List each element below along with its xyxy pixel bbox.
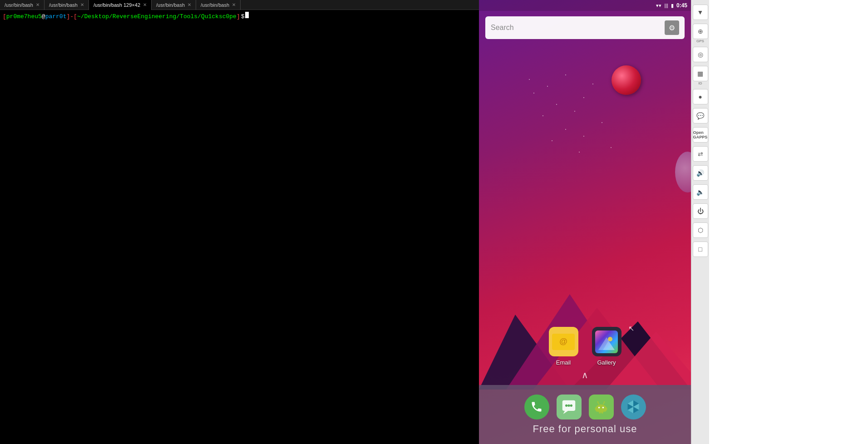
star-dot [611,147,612,148]
app-icon-gallery[interactable]: Gallery [592,327,621,366]
email-envelope: @ [552,334,575,350]
tab-close-3[interactable]: ✕ [143,2,147,7]
star-dot [547,86,548,87]
app-icons-area: @ Email [479,327,691,380]
svg-line-23 [603,402,604,404]
star-dot [583,97,584,98]
battery-icon: ▮ [671,3,674,9]
dock-browser-icon[interactable] [621,395,646,419]
prompt-bracket-right: ] [237,13,240,20]
terminal-tab-5[interactable]: /usr/bin/bash ✕ [196,0,241,10]
gallery-app-icon[interactable] [592,327,621,356]
dock-messages-icon[interactable] [557,395,582,419]
svg-point-16 [602,407,604,409]
tab-close-1[interactable]: ✕ [36,2,39,7]
terminal-area[interactable]: /usr/bin/bash ✕ /usr/bin/bash ✕ /usr/bin… [0,0,479,444]
gallery-icon-inner [595,331,618,353]
icons-row: @ Email [549,327,621,366]
signal-icon: ||| [664,3,668,8]
terminal-cursor [245,12,249,18]
prompt-path: ~/Desktop/ReverseEngineering/Tools/Qu1ck… [77,13,237,20]
side-btn-target[interactable]: ◎ [693,47,708,62]
star-dot [542,115,543,116]
side-btn-vol-down[interactable]: 🔈 [693,184,708,200]
up-chevron-button[interactable]: ∧ [582,370,588,380]
ghost-planet-decoration [675,152,691,192]
terminal-prompt: [pr0me7heu5@parr0t]-[~/Desktop/ReverseEn… [3,12,476,20]
svg-point-10 [567,405,570,407]
side-btn-circle[interactable]: ● [693,89,708,104]
side-btn-id-container: ▦ ID [693,66,708,85]
tab-close-5[interactable]: ✕ [232,2,236,7]
star-dot [574,111,575,112]
side-btn-gps-container: ⊕ GPS [693,24,708,43]
wifi-icon: ▾▾ [656,3,661,9]
side-btn-power[interactable]: ⏻ [693,203,708,219]
android-dock: Free for personal use [479,385,691,444]
search-placeholder[interactable]: Search [491,24,665,32]
side-btn-arrow[interactable]: ▼ [693,5,708,20]
email-at-symbol: @ [559,337,567,346]
side-btn-gps[interactable]: ⊕ [693,24,708,39]
side-btn-gapps[interactable]: OpenGAPPS [693,127,708,143]
star-dot [529,79,530,80]
star-dot [583,136,584,137]
dock-android-icon[interactable] [589,395,614,419]
side-btn-chat[interactable]: 💬 [693,108,708,123]
status-time: 0:45 [676,2,687,9]
stars-decoration [493,70,620,161]
email-app-icon[interactable]: @ [549,327,578,356]
star-dot [556,104,557,105]
side-btn-share[interactable]: ⇄ [693,146,708,162]
side-panel: ▼ ⊕ GPS ◎ ▦ ID ● 💬 OpenGAPPS ⇄ 🔊 🔈 ⏻ ⬡ □ [691,0,709,444]
terminal-tab-1[interactable]: /usr/bin/bash ✕ [0,0,44,10]
side-btn-gps-label: GPS [696,39,704,43]
svg-point-11 [570,405,572,407]
tab-close-4[interactable]: ✕ [187,2,191,7]
side-btn-id-label: ID [699,81,702,85]
svg-line-21 [598,402,599,404]
browser-svg [626,400,641,414]
search-gear-icon[interactable]: ⚙ [665,20,679,35]
svg-point-7 [608,337,612,341]
tab-close-2[interactable]: ✕ [80,2,84,7]
star-dot [565,129,566,130]
side-btn-gapps-container: OpenGAPPS [693,127,708,143]
tab-label-1: /usr/bin/bash [5,2,33,8]
android-wallpaper: @ Email [479,43,691,444]
terminal-body[interactable]: [pr0me7heu5@parr0t]-[~/Desktop/ReverseEn… [0,10,479,444]
star-dot [533,93,534,94]
terminal-tab-3[interactable]: /usr/bin/bash 129×42 ✕ [89,0,152,10]
android-svg [594,400,608,414]
phone-svg [530,400,543,413]
app-icon-email[interactable]: @ Email [549,327,578,366]
dock-icons-row [524,395,646,419]
prompt-at: @ [42,13,45,20]
gallery-app-label: Gallery [597,359,616,366]
prompt-host: parr0t [45,13,67,20]
svg-point-24 [604,401,605,403]
side-btn-hex[interactable]: ⬡ [693,222,708,238]
search-bar-container[interactable]: Search ⚙ [479,11,691,43]
dock-phone-icon[interactable] [524,395,549,419]
watermark-label: Free for personal use [533,423,637,435]
messages-svg [562,400,576,414]
terminal-tabs: /usr/bin/bash ✕ /usr/bin/bash ✕ /usr/bin… [0,0,479,10]
email-app-label: Email [556,359,571,366]
star-dot [592,84,593,84]
svg-point-22 [597,401,599,403]
prompt-sep: ]-[ [66,13,77,20]
side-btn-square[interactable]: □ [693,242,708,257]
tab-label-3: /usr/bin/bash 129×42 [94,2,140,8]
terminal-tab-4[interactable]: /usr/bin/bash ✕ [152,0,196,10]
search-bar[interactable]: Search ⚙ [485,16,685,39]
tab-label-5: /usr/bin/bash [201,2,229,8]
prompt-user: pr0me7heu5 [6,13,42,20]
terminal-tab-2[interactable]: /usr/bin/bash ✕ [44,0,89,10]
svg-rect-19 [599,412,601,414]
star-dot [602,122,602,123]
side-btn-vol-up[interactable]: 🔊 [693,165,708,181]
svg-marker-12 [563,411,568,414]
side-btn-id[interactable]: ▦ [693,66,708,81]
svg-point-9 [565,405,567,407]
